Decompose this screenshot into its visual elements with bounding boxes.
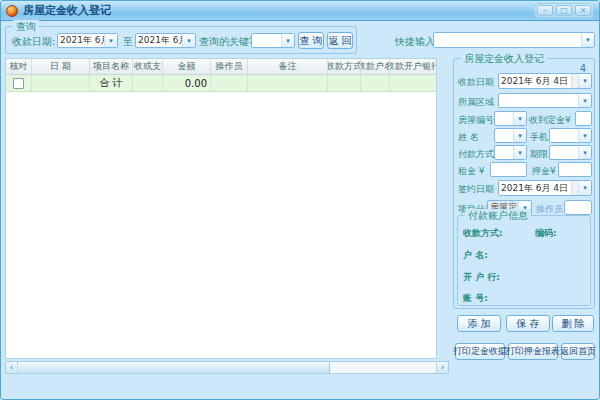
chevron-down-icon[interactable]: ▾ bbox=[578, 181, 591, 195]
chevron-down-icon[interactable]: ▾ bbox=[513, 129, 526, 142]
rent-input[interactable] bbox=[490, 162, 527, 177]
term-combobox[interactable]: ▾ bbox=[549, 145, 592, 160]
query-groupbox: 查询 收款日期: 2021年 6月 4日 ▾ 至 2021年 6月 4日 ▾ 查… bbox=[5, 26, 357, 54]
phone-combobox[interactable]: ▾ bbox=[549, 128, 592, 143]
phone-label: 手机 bbox=[530, 131, 548, 144]
tenant-name-combobox[interactable]: ▾ bbox=[494, 128, 527, 143]
delete-button[interactable]: 删 除 bbox=[552, 315, 594, 332]
quick-input-combobox[interactable]: ▾ bbox=[433, 32, 595, 48]
table-cell bbox=[6, 75, 32, 91]
account-bank-label: 开 户 行: bbox=[463, 271, 500, 284]
column-header-date[interactable]: 日 期 bbox=[32, 59, 90, 74]
table-header-row: 核对 日 期 项目名称 收或支 金额 操作员 备注 收款方式 收款户名 收款开户… bbox=[6, 59, 436, 75]
column-header-operator[interactable]: 操作员 bbox=[211, 59, 248, 74]
rent-label: 租金 ¥ bbox=[458, 165, 485, 178]
search-button[interactable]: 查 询 bbox=[298, 32, 324, 49]
chevron-down-icon[interactable]: ▾ bbox=[578, 94, 591, 107]
scroll-left-icon[interactable]: ‹ bbox=[6, 362, 18, 373]
quick-input-label: 快捷输入: bbox=[395, 35, 438, 49]
date-to-picker[interactable]: 2021年 6月 4日 ▾ bbox=[135, 33, 196, 48]
pay-method-label: 付款方式 bbox=[458, 148, 494, 161]
sign-date-value: 2021年 6月 4日 bbox=[499, 182, 571, 195]
chevron-down-icon[interactable]: ▾ bbox=[581, 33, 594, 47]
column-header-project[interactable]: 项目名称 bbox=[90, 59, 133, 74]
back-button[interactable]: 返 回 bbox=[327, 32, 353, 49]
receipt-date-label: 收款日期 bbox=[458, 76, 494, 89]
deposit-label: 押金¥ bbox=[532, 165, 556, 178]
return-home-button[interactable]: 返回首页 bbox=[561, 343, 595, 360]
table-cell bbox=[248, 75, 328, 91]
account-info-groupbox: 付款账户信息 收款方式: 编码: 户 名: 开 户 行: 账 号: bbox=[457, 215, 591, 306]
chevron-down-icon[interactable]: ▾ bbox=[182, 34, 195, 47]
date-to-value: 2021年 6月 4日 bbox=[136, 34, 182, 47]
receipt-date-value: 2021年 6月 4日 bbox=[499, 75, 571, 88]
chevron-down-icon[interactable]: ▾ bbox=[578, 129, 591, 142]
table-cell bbox=[328, 75, 361, 91]
total-row: 合 计 0.00 bbox=[6, 75, 436, 92]
save-button[interactable]: 保 存 bbox=[506, 315, 550, 332]
account-pay-method-label: 收款方式: bbox=[463, 227, 503, 240]
column-header-payee-name[interactable]: 收款户名 bbox=[361, 59, 390, 74]
table-cell bbox=[390, 75, 436, 91]
region-combobox[interactable]: ▾ bbox=[498, 93, 592, 108]
scroll-right-icon[interactable]: › bbox=[436, 362, 448, 373]
account-number-label: 账 号: bbox=[463, 292, 488, 305]
chevron-down-icon[interactable]: ▾ bbox=[578, 74, 591, 88]
keyword-combobox[interactable]: ▾ bbox=[251, 33, 295, 48]
deposit-received-label: 收到定金¥ bbox=[529, 114, 571, 127]
maximize-button-icon[interactable]: □ bbox=[556, 5, 572, 16]
horizontal-scrollbar[interactable]: ‹ › bbox=[5, 361, 449, 374]
account-code-label: 编码: bbox=[535, 227, 557, 240]
print-deposit-report-button[interactable]: 打印押金报表 bbox=[508, 343, 558, 360]
column-header-check[interactable]: 核对 bbox=[6, 59, 32, 74]
tenant-name-label: 姓 名 bbox=[458, 131, 479, 144]
column-header-in-out[interactable]: 收或支 bbox=[133, 59, 163, 74]
deposit-entry-group-label: 房屋定金收入登记 bbox=[461, 52, 547, 66]
table-cell bbox=[211, 75, 248, 91]
title-bar: 房屋定金收入登记 – □ × bbox=[1, 1, 599, 21]
close-button-icon[interactable]: × bbox=[575, 5, 591, 16]
receipt-date-picker[interactable]: 2021年 6月 4日 ▾ bbox=[498, 73, 592, 89]
chevron-down-icon[interactable]: ▾ bbox=[578, 146, 591, 159]
chevron-down-icon[interactable]: ▾ bbox=[281, 34, 294, 47]
window-title: 房屋定金收入登记 bbox=[23, 3, 111, 18]
house-no-label: 房屋编号 bbox=[458, 114, 494, 127]
query-group-label: 查询 bbox=[13, 20, 39, 34]
pay-method-combobox[interactable]: ▾ bbox=[494, 145, 527, 160]
scrollbar-thumb[interactable] bbox=[18, 362, 330, 373]
print-deposit-receipt-button[interactable]: 打印定金收据 bbox=[455, 343, 505, 360]
column-header-pay-method[interactable]: 收款方式 bbox=[328, 59, 361, 74]
add-button[interactable]: 添 加 bbox=[457, 315, 501, 332]
date-from-picker[interactable]: 2021年 6月 4日 ▾ bbox=[57, 33, 118, 48]
calendar-icon[interactable] bbox=[571, 74, 578, 88]
chevron-down-icon[interactable]: ▾ bbox=[513, 146, 526, 159]
window-controls: – □ × bbox=[534, 3, 594, 18]
sign-date-picker[interactable]: 2021年 6月 4日 ▾ bbox=[498, 180, 592, 196]
to-label: 至 bbox=[123, 35, 133, 49]
operator-input[interactable] bbox=[564, 200, 592, 215]
date-from-value: 2021年 6月 4日 bbox=[58, 34, 104, 47]
deposit-received-input[interactable] bbox=[575, 111, 592, 126]
column-header-remark[interactable]: 备注 bbox=[248, 59, 328, 74]
table-cell bbox=[133, 75, 163, 91]
chevron-down-icon[interactable]: ▾ bbox=[513, 112, 526, 125]
minimize-button-icon[interactable]: – bbox=[537, 5, 553, 16]
records-table: 核对 日 期 项目名称 收或支 金额 操作员 备注 收款方式 收款户名 收款开户… bbox=[5, 58, 437, 359]
term-label: 期限 bbox=[530, 148, 548, 161]
table-cell bbox=[361, 75, 390, 91]
column-header-amount[interactable]: 金额 bbox=[163, 59, 211, 74]
app-icon bbox=[6, 5, 18, 17]
column-header-payee-bank[interactable]: 收款开户银行 bbox=[390, 59, 436, 74]
app-window: 房屋定金收入登记 – □ × 查询 收款日期: 2021年 6月 4日 ▾ 至 … bbox=[0, 0, 600, 400]
deposit-entry-groupbox: 房屋定金收入登记 4 收款日期 2021年 6月 4日 ▾ 所属区域 ▾ 房屋编… bbox=[453, 58, 595, 309]
calendar-icon[interactable] bbox=[571, 181, 578, 195]
total-amount-cell: 0.00 bbox=[163, 75, 211, 91]
sign-date-label: 签约日期 bbox=[458, 183, 494, 196]
receipt-date-range-label: 收款日期: bbox=[12, 35, 55, 49]
account-holder-label: 户 名: bbox=[463, 249, 488, 262]
chevron-down-icon[interactable]: ▾ bbox=[104, 34, 117, 47]
house-no-combobox[interactable]: ▾ bbox=[494, 111, 527, 126]
row-checkbox[interactable] bbox=[13, 78, 24, 89]
deposit-input[interactable] bbox=[558, 162, 592, 177]
table-cell bbox=[32, 75, 90, 91]
